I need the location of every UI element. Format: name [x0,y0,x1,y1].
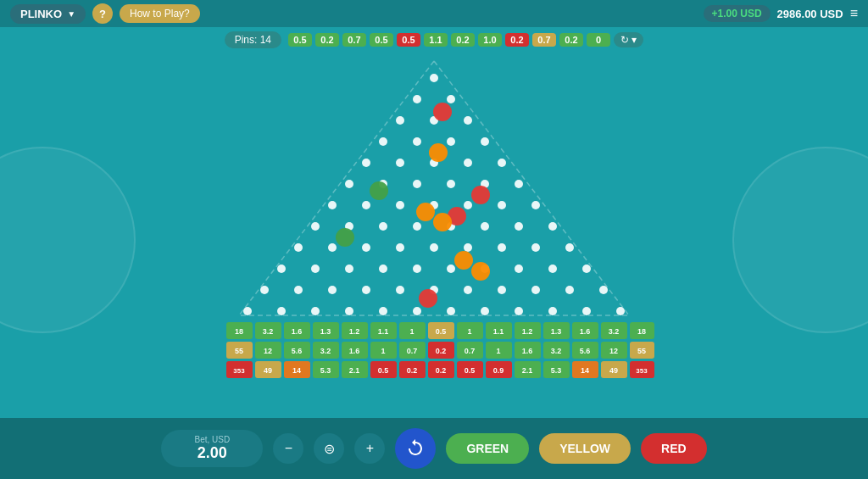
svg-text:5.3: 5.3 [320,366,331,375]
svg-text:1: 1 [409,327,414,336]
header-left: PLINKO ▼ ? How to Play? [10,3,200,24]
svg-text:18: 18 [235,327,243,336]
svg-point-85 [433,213,452,231]
svg-text:1.1: 1.1 [378,327,389,336]
svg-point-24 [396,201,404,209]
svg-text:3.2: 3.2 [551,347,562,355]
svg-point-67 [243,307,252,315]
svg-text:49: 49 [264,366,272,375]
yellow-risk-button[interactable]: YELLOW [539,433,631,464]
svg-text:5.3: 5.3 [551,366,562,375]
refresh-button[interactable]: ↻ ▾ [614,32,643,47]
svg-marker-0 [239,61,629,315]
svg-point-7 [379,137,387,146]
svg-point-63 [498,286,506,294]
svg-point-34 [481,222,489,231]
svg-text:353: 353 [636,367,648,375]
svg-text:55: 55 [637,347,646,355]
svg-text:18: 18 [637,327,646,336]
svg-text:0.9: 0.9 [493,366,504,375]
svg-point-21 [515,180,523,188]
svg-text:0.2: 0.2 [436,347,447,355]
help-button[interactable]: ? [92,3,113,24]
svg-point-19 [447,180,455,188]
svg-text:14: 14 [292,366,301,375]
svg-text:2.1: 2.1 [522,366,533,375]
mult-chip-12: 0 [587,33,610,47]
mult-chip-7: 0.2 [451,33,475,47]
svg-text:1.2: 1.2 [522,327,533,336]
header-right: +1.00 USD 2986.00 USD ≡ [704,5,858,22]
svg-point-9 [447,137,455,146]
svg-point-39 [362,243,370,252]
shoot-button[interactable] [395,428,436,469]
svg-point-2 [413,95,421,103]
gain-badge: +1.00 USD [704,5,771,22]
svg-text:0.5: 0.5 [465,366,476,375]
svg-point-70 [345,307,353,315]
svg-point-76 [548,307,557,315]
svg-point-82 [471,186,490,204]
game-title[interactable]: PLINKO ▼ [10,4,86,24]
bottom-controls: Bet, USD 2.00 − ⊜ + GREEN YELLOW RED [0,418,868,479]
svg-point-50 [413,265,421,273]
increase-bet-button[interactable]: + [354,433,385,464]
svg-point-27 [498,201,506,209]
how-to-play-button[interactable]: How to Play? [120,4,200,23]
svg-point-38 [328,243,337,252]
decrease-bet-button[interactable]: − [273,433,303,464]
svg-point-48 [345,265,353,273]
svg-text:0.5: 0.5 [436,327,447,336]
svg-point-56 [260,286,269,294]
svg-point-66 [599,286,608,294]
svg-point-60 [396,286,404,294]
svg-text:353: 353 [233,367,245,375]
svg-point-14 [464,159,472,167]
svg-text:0.7: 0.7 [465,347,476,355]
svg-text:5.6: 5.6 [292,347,303,355]
svg-text:1.3: 1.3 [320,327,331,336]
menu-button[interactable]: ≡ [850,6,858,21]
svg-text:1: 1 [496,347,500,355]
svg-text:3.2: 3.2 [263,327,274,336]
svg-point-41 [430,243,438,252]
bet-value: 2.00 [175,444,249,462]
svg-point-16 [345,180,353,188]
svg-text:0.2: 0.2 [407,366,418,375]
game-title-text: PLINKO [20,8,62,20]
svg-text:1.2: 1.2 [349,327,360,336]
svg-text:3.2: 3.2 [609,327,620,336]
svg-point-74 [481,307,489,315]
svg-point-80 [429,143,448,162]
svg-text:5.6: 5.6 [580,347,591,355]
svg-point-78 [616,307,625,315]
svg-point-46 [277,265,286,273]
red-risk-button[interactable]: RED [641,433,707,464]
svg-point-69 [311,307,320,315]
stack-button[interactable]: ⊜ [314,433,344,464]
svg-point-29 [311,222,320,231]
svg-point-68 [277,307,286,315]
svg-point-49 [379,265,387,273]
svg-point-6 [464,116,472,125]
svg-text:1: 1 [467,327,471,336]
svg-point-37 [294,243,303,252]
mult-chip-8: 1.0 [478,33,502,47]
svg-text:1.6: 1.6 [292,327,303,336]
mult-chip-6: 1.1 [424,33,448,47]
svg-point-57 [294,286,303,294]
svg-point-47 [311,265,320,273]
svg-point-87 [454,251,473,270]
svg-point-71 [379,307,387,315]
mult-chip-10: 0.7 [532,33,556,47]
svg-point-22 [328,201,337,209]
svg-point-73 [447,307,455,315]
chevron-down-icon: ▼ [67,9,75,19]
svg-text:1.6: 1.6 [580,327,591,336]
svg-text:12: 12 [264,347,272,355]
svg-text:1.1: 1.1 [493,327,504,336]
green-risk-button[interactable]: GREEN [446,433,529,464]
svg-point-4 [396,116,404,125]
mult-chip-3: 0.7 [342,33,366,47]
svg-point-55 [582,265,591,273]
